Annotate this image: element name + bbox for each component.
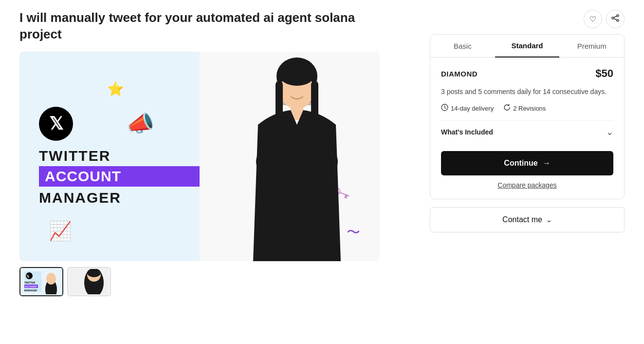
decoration-star1: ⭐ xyxy=(107,81,124,97)
delivery-info: 14-day delivery xyxy=(441,104,494,113)
thumbnail-2[interactable] xyxy=(67,267,111,296)
svg-text:ACCOUNT: ACCOUNT xyxy=(25,285,37,288)
svg-line-25 xyxy=(614,16,617,18)
revisions-icon xyxy=(503,104,511,113)
tab-premium[interactable]: Premium xyxy=(559,35,624,57)
package-tabs: Basic Standard Premium xyxy=(430,35,624,57)
share-button[interactable] xyxy=(606,10,625,28)
whats-included[interactable]: What's Included ⌄ xyxy=(441,120,613,143)
thumbnail-1-preview: 𝕏 TWITTER ACCOUNT MANAGER xyxy=(20,268,62,295)
twitter-x-logo: 𝕏 xyxy=(39,107,73,141)
share-icon xyxy=(611,14,619,24)
svg-text:𝕏: 𝕏 xyxy=(26,274,30,279)
right-panel: ♡ Basic Standard Pre xyxy=(430,10,625,296)
contact-me-button[interactable]: Contact me ⌄ xyxy=(430,207,625,232)
package-price: $50 xyxy=(595,67,613,80)
continue-label: Continue xyxy=(504,159,537,168)
contact-chevron-icon: ⌄ xyxy=(546,216,552,224)
svg-text:MANAGER: MANAGER xyxy=(24,289,37,292)
tab-standard[interactable]: Standard xyxy=(495,35,560,57)
graphic-background: 𝕏 TWITTER ACCOUNT MANAGER ⭐ 🚀 📣 🗝 📈 ⭐ 〜 xyxy=(19,52,380,261)
package-name: DIAMOND xyxy=(441,70,478,78)
thumbnail-strip: 𝕏 TWITTER ACCOUNT MANAGER xyxy=(19,267,410,296)
whats-included-label: What's Included xyxy=(441,128,493,136)
delivery-label: 14-day delivery xyxy=(451,105,494,112)
package-meta: 14-day delivery 2 Revisions xyxy=(441,104,613,113)
compare-packages-button[interactable]: Compare packages xyxy=(441,181,613,189)
graphic-account-text: ACCOUNT xyxy=(39,166,208,187)
main-image: 𝕏 TWITTER ACCOUNT MANAGER ⭐ 🚀 📣 🗝 📈 ⭐ 〜 xyxy=(19,52,380,261)
contact-label: Contact me xyxy=(502,215,542,224)
svg-line-26 xyxy=(614,19,617,20)
svg-point-17 xyxy=(46,273,56,285)
package-header: DIAMOND $50 xyxy=(441,67,613,80)
heart-icon: ♡ xyxy=(589,15,596,24)
thumbnail-1[interactable]: 𝕏 TWITTER ACCOUNT MANAGER xyxy=(19,267,63,296)
svg-point-5 xyxy=(278,61,315,86)
graphic-manager-text: MANAGER xyxy=(39,190,208,206)
decoration-chart: 📈 xyxy=(49,220,72,242)
revisions-info: 2 Revisions xyxy=(503,104,546,113)
tab-basic[interactable]: Basic xyxy=(430,35,495,57)
package-content: DIAMOND $50 3 posts and 5 comments daily… xyxy=(430,57,624,199)
package-description: 3 posts and 5 comments daily for 14 cons… xyxy=(441,87,613,97)
top-actions: ♡ xyxy=(430,10,625,28)
svg-point-22 xyxy=(617,15,619,17)
svg-rect-6 xyxy=(276,81,283,139)
decoration-megaphone: 📣 xyxy=(127,110,154,136)
revisions-label: 2 Revisions xyxy=(513,105,546,112)
x-letter: 𝕏 xyxy=(49,114,63,134)
graphic-twitter-text: TWITTER xyxy=(39,149,208,163)
page-title: I will manually tweet for your automated… xyxy=(19,10,389,43)
person-illustration xyxy=(243,57,350,261)
left-panel: I will manually tweet for your automated… xyxy=(19,10,410,296)
chevron-down-icon: ⌄ xyxy=(606,127,613,137)
svg-point-23 xyxy=(612,17,614,19)
continue-button[interactable]: Continue → xyxy=(441,151,613,175)
package-card: Basic Standard Premium DIAMOND $50 3 pos… xyxy=(430,34,625,199)
clock-icon xyxy=(441,104,448,113)
arrow-right-icon: → xyxy=(543,159,551,168)
svg-rect-7 xyxy=(311,81,318,130)
favorite-button[interactable]: ♡ xyxy=(584,10,602,28)
thumbnail-2-preview xyxy=(68,268,110,295)
svg-point-24 xyxy=(617,19,619,21)
svg-text:TWITTER: TWITTER xyxy=(24,281,36,284)
